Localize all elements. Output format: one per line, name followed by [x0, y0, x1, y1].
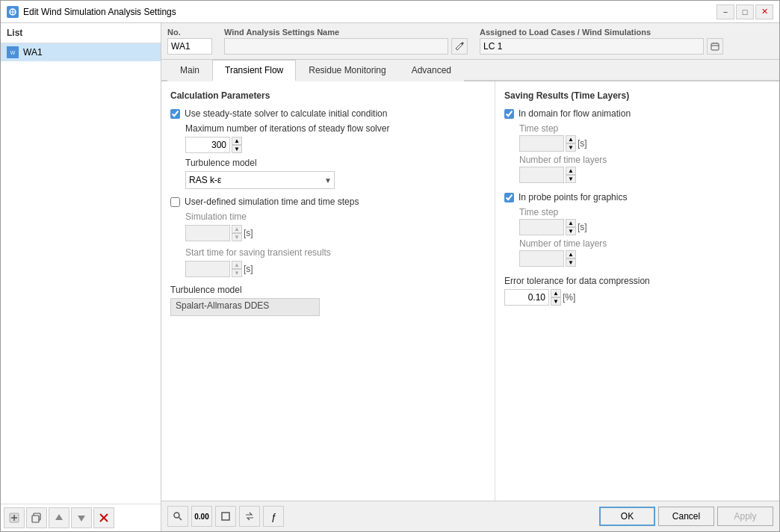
probe-layers-up: ▲: [566, 250, 576, 259]
no-input[interactable]: [167, 38, 212, 55]
tab-residue-monitoring[interactable]: Residue Monitoring: [296, 60, 398, 81]
edit-name-button[interactable]: [451, 38, 468, 55]
domain-timestep-wrap: ▲ ▼ [s]: [519, 135, 770, 152]
bottom-bar: 0.00 ƒ OK Cancel Apply: [161, 501, 779, 531]
probe-checkbox[interactable]: [504, 193, 514, 202]
max-iterations-up[interactable]: ▲: [232, 137, 242, 145]
error-tolerance-down[interactable]: ▼: [551, 297, 561, 306]
value-tool-button[interactable]: 0.00: [191, 506, 212, 527]
close-button[interactable]: ✕: [755, 4, 773, 19]
steady-state-checkbox[interactable]: [170, 109, 180, 119]
domain-timestep-input: [519, 135, 564, 152]
turbulence-dropdown-group: Turbulence model RAS k-ε k-omega SST Spa…: [185, 158, 486, 189]
probe-label: In probe points for graphics: [519, 192, 627, 202]
window-controls: − □ ✕: [716, 4, 773, 19]
domain-layers-down: ▼: [566, 175, 576, 183]
copy-button[interactable]: [26, 507, 47, 528]
right-content: Saving Results (Time Layers) In domain f…: [495, 81, 779, 501]
search-tool-button[interactable]: [167, 506, 188, 527]
probe-layers-input: [519, 250, 564, 267]
domain-layers-wrap: ▲ ▼: [519, 167, 770, 183]
assigned-edit-button[interactable]: [707, 38, 723, 55]
box-tool-button[interactable]: [215, 506, 236, 527]
start-time-unit: [s]: [244, 264, 253, 274]
minimize-button[interactable]: −: [716, 4, 734, 19]
header-row: No. Wind Analysis Settings Name Assigned…: [161, 23, 779, 60]
max-iterations-label: Maximum number of iterations of steady f…: [185, 123, 486, 134]
svg-point-18: [174, 513, 179, 518]
turbulence-dropdown[interactable]: RAS k-ε k-omega SST Spalart-Allmaras: [185, 171, 335, 189]
error-tolerance-input[interactable]: [504, 289, 549, 306]
svg-line-19: [179, 518, 182, 521]
delete-button[interactable]: [93, 507, 114, 528]
move-down-button[interactable]: [71, 507, 92, 528]
turbulence-dropdown-label: Turbulence model: [185, 158, 486, 168]
tab-transient-flow[interactable]: Transient Flow: [212, 60, 296, 81]
start-time-input: [185, 261, 230, 277]
user-defined-checkbox[interactable]: [170, 197, 180, 207]
assigned-input[interactable]: [480, 38, 704, 55]
max-iterations-down[interactable]: ▼: [232, 145, 242, 153]
ok-button[interactable]: OK: [599, 507, 655, 526]
start-time-down: ▼: [232, 269, 242, 277]
tab-main[interactable]: Main: [167, 60, 212, 81]
simulation-time-unit: [s]: [244, 228, 253, 238]
sidebar-item-label: WA1: [23, 47, 43, 58]
app-icon: [7, 6, 19, 18]
domain-timestep-label: Time step: [519, 123, 770, 134]
svg-marker-11: [78, 516, 85, 522]
move-up-button[interactable]: [49, 507, 69, 528]
max-iterations-input[interactable]: [185, 137, 230, 153]
tab-advanced[interactable]: Advanced: [399, 60, 464, 81]
domain-timestep-group: Time step ▲ ▼ [s]: [519, 123, 770, 152]
no-section: No.: [167, 28, 212, 55]
turbulence-model-label: Turbulence model: [170, 285, 486, 295]
turbulence-dropdown-wrap: RAS k-ε k-omega SST Spalart-Allmaras ▼: [185, 171, 335, 189]
domain-timestep-unit: [s]: [578, 138, 587, 149]
steady-state-label: Use steady-state solver to calculate ini…: [185, 108, 387, 119]
sidebar-item-wa1[interactable]: W WA1: [1, 43, 161, 61]
domain-timestep-up: ▲: [566, 135, 576, 143]
calc-params-title: Calculation Parameters: [170, 90, 486, 101]
sidebar-toolbar: [1, 504, 161, 531]
domain-layers-spinner: ▲ ▼: [566, 167, 576, 183]
left-content: Calculation Parameters Use steady-state …: [161, 81, 495, 501]
right-panel: No. Wind Analysis Settings Name Assigned…: [161, 23, 779, 531]
name-input-row: [224, 38, 468, 55]
turbulence-model-value: Spalart-Allmaras DDES: [170, 298, 320, 316]
probe-timestep-down: ▼: [566, 227, 576, 235]
title-bar: Edit Wind Simulation Analysis Settings −…: [1, 1, 779, 23]
domain-checkbox[interactable]: [504, 109, 514, 119]
cancel-button[interactable]: Cancel: [658, 507, 714, 526]
maximize-button[interactable]: □: [736, 4, 754, 19]
svg-rect-20: [222, 513, 229, 520]
function-tool-button[interactable]: ƒ: [263, 506, 284, 527]
domain-layers-label: Number of time layers: [519, 155, 770, 165]
name-input[interactable]: [224, 38, 448, 55]
bottom-toolbar: 0.00 ƒ: [167, 506, 284, 527]
max-iterations-wrap: ▲ ▼: [185, 137, 486, 153]
sidebar-bottom: [1, 504, 161, 531]
sidebar: List W WA1: [1, 23, 161, 531]
simulation-time-spinner: ▲ ▼: [232, 225, 242, 241]
probe-layers-label: Number of time layers: [519, 238, 770, 249]
probe-timestep-wrap: ▲ ▼ [s]: [519, 219, 770, 235]
probe-timestep-unit: [s]: [578, 222, 587, 232]
main-content: List W WA1: [1, 23, 779, 531]
swap-tool-button[interactable]: [239, 506, 260, 527]
simulation-time-label: Simulation time: [185, 211, 486, 222]
simulation-time-input: [185, 225, 230, 241]
probe-timestep-group: Time step ▲ ▼ [s]: [519, 207, 770, 235]
domain-layers-input: [519, 167, 564, 183]
assigned-label: Assigned to Load Cases / Wind Simulation…: [480, 28, 723, 37]
apply-button[interactable]: Apply: [717, 507, 773, 526]
add-button[interactable]: [4, 507, 25, 528]
svg-marker-10: [55, 514, 63, 520]
domain-layers-up: ▲: [566, 167, 576, 175]
start-time-up: ▲: [232, 261, 242, 269]
start-time-spinner: ▲ ▼: [232, 261, 242, 277]
error-tolerance-up[interactable]: ▲: [551, 289, 561, 297]
domain-row: In domain for flow animation: [504, 108, 770, 119]
dialog-buttons: OK Cancel Apply: [599, 507, 773, 526]
probe-timestep-label: Time step: [519, 207, 770, 217]
